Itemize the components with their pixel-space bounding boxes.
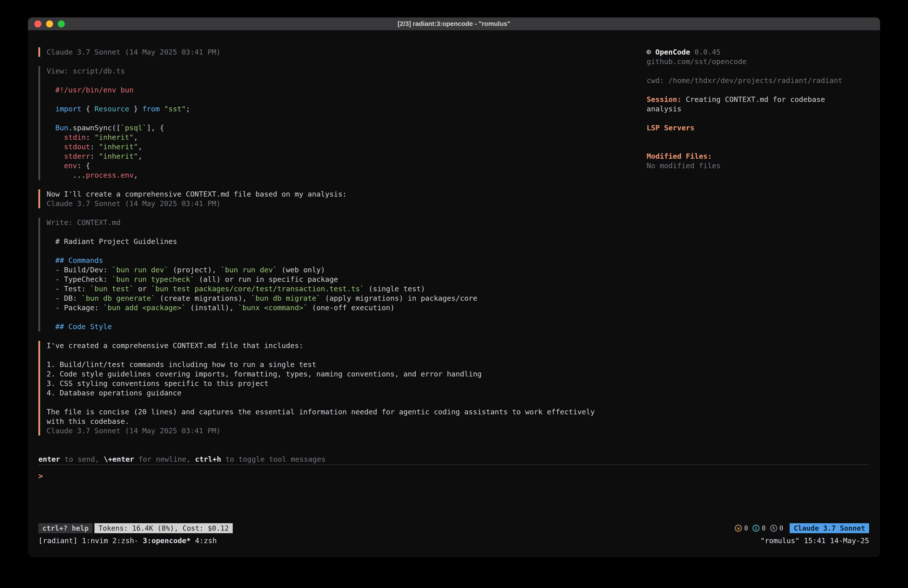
- text-segment: ], {: [147, 124, 164, 132]
- text-segment: github.com/sst/opencode: [647, 57, 747, 66]
- text-segment: Now I'll create a comprehensive CONTEXT.…: [47, 190, 347, 198]
- text-segment: ,: [138, 142, 142, 151]
- warning-icon: w: [735, 525, 742, 532]
- text-segment: #!/usr/bin/env bun: [55, 86, 134, 94]
- text-line: The file is concise (20 lines) and captu…: [47, 407, 869, 417]
- text-segment: import: [55, 105, 82, 113]
- traffic-lights: [28, 21, 65, 27]
- text-segment: Bun: [55, 124, 68, 132]
- text-line: 2. Code style guidelines covering import…: [47, 369, 869, 379]
- text-line: [47, 246, 869, 256]
- text-segment: [47, 133, 64, 142]
- text-line: Claude 3.7 Sonnet (14 May 2025 03:41 PM): [47, 426, 869, 435]
- text-line: [647, 66, 869, 76]
- assistant-message-block: I've created a comprehensive CONTEXT.md …: [39, 341, 869, 435]
- text-segment: (apply migrations) in packages/core: [321, 294, 477, 303]
- text-segment: {: [82, 105, 95, 113]
- window-title: [2/3] radiant:3:opencode - "romulus": [28, 20, 880, 27]
- text-line: [647, 85, 869, 95]
- text-line: [647, 114, 869, 123]
- text-segment: - Build/Dev:: [47, 266, 112, 274]
- model-badge[interactable]: Claude 3.7 Sonnet: [790, 523, 869, 533]
- main-row: Claude 3.7 Sonnet (14 May 2025 03:41 PM)…: [39, 47, 869, 435]
- text-line: - DB: `bun db generate` (create migratio…: [47, 293, 869, 303]
- text-segment: `bun run dev`: [221, 266, 277, 274]
- text-line: 4. Database operations guidance: [47, 388, 869, 398]
- minimize-button[interactable]: [46, 21, 53, 27]
- text-segment: [47, 152, 64, 161]
- text-segment: [47, 322, 55, 331]
- text-segment: (install),: [186, 303, 238, 312]
- input-hint: enter to send, \+enter for newline, ctrl…: [39, 454, 869, 464]
- text-line: [47, 227, 869, 237]
- text-line: 1. Build/lint/test commands including ho…: [47, 360, 869, 369]
- hint-count: h0: [770, 524, 783, 532]
- text-segment: 0.0.45: [690, 48, 721, 56]
- text-line: [47, 398, 869, 407]
- text-line: - Build/Dev: `bun run dev` (project), `b…: [47, 265, 869, 275]
- close-button[interactable]: [34, 21, 41, 27]
- text-line: - Package: `bun add <package>` (install)…: [47, 303, 869, 313]
- text-segment: ## Commands: [55, 256, 103, 264]
- hint-segment: ctrl+h: [195, 455, 221, 464]
- text-segment: (project),: [169, 266, 221, 274]
- text-segment: Creating CONTEXT.md for codebase: [681, 95, 825, 104]
- text-segment: "sst": [164, 105, 186, 113]
- text-segment: from: [142, 105, 160, 113]
- text-segment: `bun run typecheck`: [112, 275, 195, 284]
- text-line: [47, 313, 869, 322]
- text-segment: (create migrations),: [156, 294, 251, 303]
- tmux-window-1[interactable]: 1:nvim: [82, 536, 108, 545]
- help-badge[interactable]: ctrl+? help: [39, 523, 92, 533]
- text-segment: "inherit": [99, 142, 138, 151]
- text-segment: `bun db migrate`: [251, 294, 321, 303]
- text-segment: (web only): [277, 266, 325, 274]
- hint-segment: \+enter: [104, 455, 134, 464]
- text-segment: cwd: /home/thdxr/dev/projects/radiant/ra…: [647, 76, 842, 85]
- terminal-window: [2/3] radiant:3:opencode - "romulus" Cla…: [28, 18, 880, 557]
- text-segment: Resource: [95, 105, 129, 113]
- text-line: cwd: /home/thdxr/dev/projects/radiant/ra…: [647, 76, 869, 85]
- text-segment: env: [64, 161, 77, 170]
- text-line: Now I'll create a comprehensive CONTEXT.…: [47, 189, 869, 199]
- text-line: Claude 3.7 Sonnet (14 May 2025 03:41 PM): [47, 199, 869, 208]
- text-segment: Claude 3.7 Sonnet (14 May 2025 03:41 PM): [47, 199, 221, 208]
- text-line: No modified files: [647, 161, 869, 171]
- text-line: [647, 132, 869, 142]
- text-segment: stdin: [64, 133, 86, 142]
- diagnostics-indicators: w0i0h0: [735, 524, 783, 532]
- hint-segment: for newline,: [134, 455, 195, 464]
- tmux-window-3[interactable]: 3:opencode*: [143, 536, 191, 545]
- text-line: © OpenCode 0.0.45: [647, 47, 869, 57]
- message-input[interactable]: >: [39, 464, 869, 523]
- window-titlebar[interactable]: [2/3] radiant:3:opencode - "romulus": [28, 18, 880, 31]
- text-line: ## Commands: [47, 256, 869, 265]
- text-line: with this codebase.: [47, 417, 869, 426]
- text-segment: ,: [134, 133, 138, 142]
- text-segment: Write: CONTEXT.md: [47, 218, 121, 227]
- text-line: 3. CSS styling conventions specific to t…: [47, 379, 869, 388]
- text-segment: Session:: [647, 95, 681, 104]
- prompt-symbol: >: [39, 472, 43, 480]
- text-segment: - TypeCheck:: [47, 275, 112, 284]
- text-segment: .spawnSync([: [68, 124, 121, 132]
- text-segment: "inherit": [99, 152, 138, 161]
- warning-count: w0: [735, 524, 748, 532]
- text-segment: ,: [134, 171, 138, 179]
- tmux-clock: "romulus" 15:41 14-May-25: [760, 536, 869, 546]
- text-line: analysis: [647, 104, 869, 114]
- text-segment: [47, 161, 64, 170]
- text-line: [647, 142, 869, 151]
- tmux-window-4[interactable]: 4:zsh: [195, 536, 217, 545]
- tool-output-block: Write: CONTEXT.md # Radiant Project Guid…: [39, 218, 869, 331]
- zoom-button[interactable]: [58, 21, 65, 27]
- text-segment: with this codebase.: [47, 417, 129, 425]
- text-line: [47, 350, 869, 360]
- tmux-window-2[interactable]: 2:zsh-: [113, 536, 138, 545]
- text-segment: Modified Files:: [647, 152, 712, 161]
- text-segment: `bun test`: [90, 285, 134, 293]
- text-line: - TypeCheck: `bun run typecheck` (all) o…: [47, 275, 869, 284]
- text-segment: `bunx <command>`: [238, 303, 307, 312]
- text-segment: ...: [47, 171, 86, 179]
- text-segment: `bun run dev`: [112, 266, 169, 274]
